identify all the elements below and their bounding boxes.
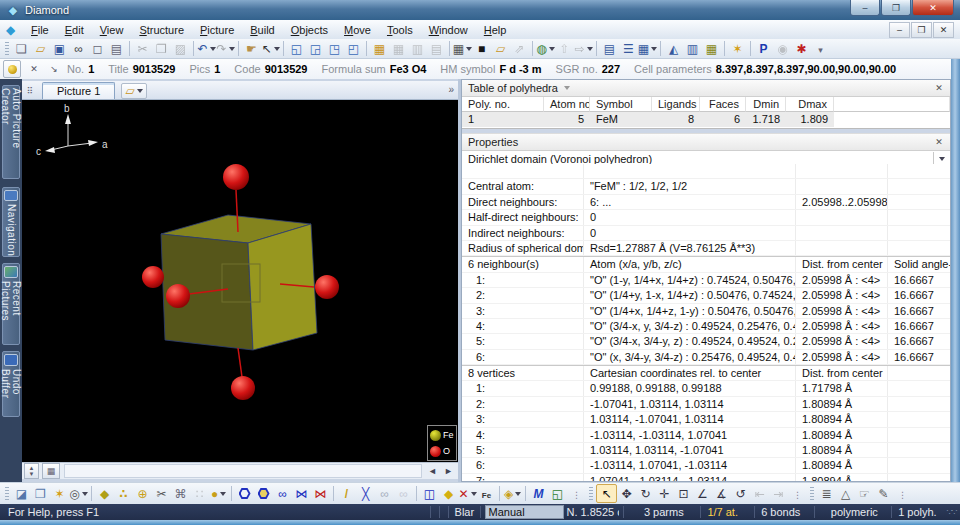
structure-level-icon[interactable] (3, 60, 21, 78)
molecule-icon[interactable] (190, 485, 209, 502)
pan-icon[interactable] (242, 40, 261, 57)
window-new-icon[interactable] (344, 40, 363, 57)
dots-overflow-icon[interactable] (567, 485, 586, 502)
horizontal-scrollbar[interactable] (64, 464, 422, 478)
toolbar-grip[interactable] (5, 487, 9, 501)
property-row[interactable]: Half-direct neighbours:0 (462, 210, 950, 225)
save-icon[interactable] (50, 40, 69, 57)
draw-icon[interactable] (874, 485, 893, 502)
property-row[interactable]: Indirect neighbours:0 (462, 226, 950, 241)
minimize-button[interactable]: – (850, 0, 880, 16)
tab-grid-icon[interactable] (22, 83, 38, 99)
menu-picture[interactable]: Picture (192, 22, 242, 38)
menu-objects[interactable]: Objects (283, 22, 336, 38)
lattice-blue-icon[interactable] (292, 485, 311, 502)
properties-icon[interactable] (754, 40, 773, 57)
property-row[interactable]: 1:0.99188, 0.99188, 0.991881.71798 Å (462, 381, 950, 396)
pane-menu-caret-icon[interactable] (564, 86, 570, 90)
polyhedron-icon[interactable] (95, 485, 114, 502)
ring-pale-icon[interactable] (375, 485, 394, 502)
property-row[interactable]: 5:1.03114, 1.03114, -1.070411.80894 Å (462, 443, 950, 458)
toolbar-grip[interactable] (810, 487, 814, 501)
atom-group-icon[interactable] (114, 485, 133, 502)
paste-icon[interactable] (171, 40, 190, 57)
atom-cut-icon[interactable] (152, 485, 171, 502)
neighbours-section-row[interactable]: 6 neighbour(s)Atom (x/a, y/b, z/c)Dist. … (462, 256, 950, 272)
zoom-icon[interactable] (674, 485, 693, 502)
bond-icon[interactable] (337, 485, 356, 502)
new-icon[interactable] (12, 40, 31, 57)
picture-new-icon[interactable] (12, 485, 31, 502)
copy-icon[interactable] (152, 40, 171, 57)
open-icon[interactable] (31, 40, 50, 57)
close-button[interactable]: ✕ (912, 0, 954, 16)
atom-add-icon[interactable] (133, 485, 152, 502)
sidebar-item-auto-picture-creator[interactable]: Auto Picture Creator (2, 85, 20, 179)
menu-move[interactable]: Move (336, 22, 379, 38)
resize-grip-icon[interactable]: ⸪⸪ (947, 507, 956, 518)
scroll-right-icon[interactable] (442, 465, 455, 478)
mdi-close-button[interactable]: ✕ (933, 22, 954, 38)
redo-icon[interactable] (216, 40, 235, 57)
diagram-icon[interactable] (664, 40, 683, 57)
toolbar-grip[interactable] (589, 487, 593, 501)
dots-overflow-icon[interactable] (788, 485, 807, 502)
sidebar-item-undo-buffer[interactable]: Undo Buffer (2, 351, 20, 417)
angle-icon[interactable] (693, 485, 712, 502)
histogram-icon[interactable] (683, 40, 702, 57)
properties-close-icon[interactable]: ✕ (932, 135, 946, 148)
property-row[interactable]: 2:-1.07041, 1.03114, 1.031141.80894 Å (462, 397, 950, 412)
layout-details-icon[interactable] (619, 40, 638, 57)
infobar-dock-icon[interactable]: ↘ (47, 62, 61, 76)
new-picture-button[interactable] (121, 83, 146, 99)
spin-icon[interactable] (731, 485, 750, 502)
polyhedra-close-icon[interactable]: ✕ (932, 81, 946, 94)
grid-small-icon[interactable] (42, 463, 60, 479)
vertices-section-row[interactable]: 8 verticesCartesian coordinates rel. to … (462, 365, 950, 381)
report-icon[interactable] (702, 40, 721, 57)
touch-icon[interactable] (855, 485, 874, 502)
scroll-left-icon[interactable] (426, 465, 439, 478)
table-bonds-icon[interactable] (389, 40, 408, 57)
step-forward-icon[interactable] (769, 485, 788, 502)
property-row[interactable]: 4:-1.03114, -1.03114, 1.070411.80894 Å (462, 428, 950, 443)
track-icon[interactable] (792, 40, 811, 57)
ring-blue-icon[interactable] (273, 485, 292, 502)
infobar-close-icon[interactable]: ✕ (27, 62, 41, 76)
property-row[interactable]: Central atom:"FeM" : 1/2, 1/2, 1/2 (462, 179, 950, 194)
lattice-red-icon[interactable] (311, 485, 330, 502)
find-icon[interactable] (69, 40, 88, 57)
sidebar-item-navigation[interactable]: Navigation (2, 187, 20, 257)
window-rotate-icon[interactable] (325, 40, 344, 57)
move-all-icon[interactable] (617, 485, 636, 502)
window-refresh-icon[interactable] (306, 40, 325, 57)
spectrum-icon[interactable] (817, 485, 836, 502)
send-icon[interactable] (574, 40, 593, 57)
toolbar-grip[interactable] (5, 42, 9, 56)
picture-view-icon[interactable] (548, 485, 567, 502)
picture-wizard-icon[interactable] (50, 485, 69, 502)
cell-atoms-icon[interactable] (171, 485, 190, 502)
contrast-icon[interactable] (472, 40, 491, 57)
dots-overflow-icon[interactable] (893, 485, 912, 502)
hexagon-yellow-icon[interactable] (254, 485, 273, 502)
new-folder-icon[interactable] (491, 40, 510, 57)
property-row[interactable]: 3:1.03114, -1.07041, 1.031141.80894 Å (462, 412, 950, 427)
menu-tools[interactable]: Tools (379, 22, 421, 38)
property-row[interactable]: 2:"O" (1/4+y, 1-x, 1/4+z) : 0.50476, 0.7… (462, 288, 950, 303)
torsion-icon[interactable] (712, 485, 731, 502)
layout-list-icon[interactable] (600, 40, 619, 57)
grid-icon[interactable] (453, 40, 472, 57)
restore-button[interactable]: ❐ (881, 0, 911, 16)
print-icon[interactable] (107, 40, 126, 57)
property-row[interactable]: 6:-1.03114, 1.07041, -1.031141.80894 Å (462, 458, 950, 473)
sphere-icon[interactable] (209, 485, 228, 502)
menu-edit[interactable]: Edit (57, 22, 92, 38)
property-row[interactable]: 4:"O" (3/4-x, y, 3/4-z) : 0.49524, 0.254… (462, 319, 950, 334)
table-atoms-icon[interactable] (370, 40, 389, 57)
layout-table-icon[interactable] (638, 40, 657, 57)
property-row[interactable]: 7:1.07041, -1.03114, -1.031141.80894 Å (462, 474, 950, 481)
sidebar-item-recent-pictures[interactable]: Recent Pictures (2, 263, 20, 345)
menu-build[interactable]: Build (242, 22, 282, 38)
property-row[interactable]: Radius of spherical domain:Rsd=1.27887 Å… (462, 241, 950, 256)
